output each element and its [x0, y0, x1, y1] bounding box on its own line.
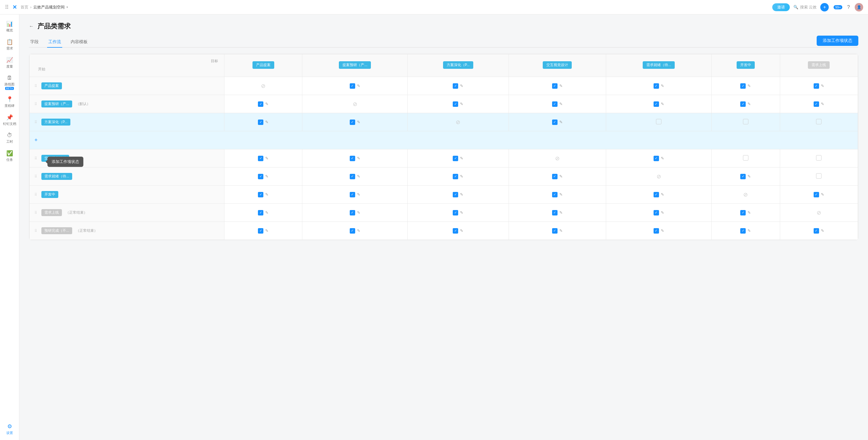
cell-4-6[interactable] [780, 168, 858, 185]
cell-4-2[interactable]: ✓ ✎ [408, 168, 508, 185]
edit-icon[interactable]: ✎ [460, 102, 463, 106]
edit-icon[interactable]: ✎ [661, 192, 664, 197]
edit-icon[interactable]: ✎ [265, 192, 269, 197]
edit-icon[interactable]: ✎ [460, 174, 463, 179]
cell-2-1[interactable]: ✓ ✎ [302, 113, 408, 131]
add-row-cell[interactable]: + [30, 131, 858, 149]
edit-icon[interactable]: ✎ [747, 102, 751, 106]
edit-icon[interactable]: ✎ [747, 83, 751, 88]
cell-0-3[interactable]: ✓ ✎ [508, 77, 606, 95]
back-button[interactable]: ← [29, 24, 34, 29]
cell-4-1[interactable]: ✓ ✎ [302, 168, 408, 185]
edit-icon[interactable]: ✎ [821, 83, 824, 88]
edit-icon[interactable]: ✎ [821, 192, 824, 197]
cell-6-1[interactable]: ✓ ✎ [302, 204, 408, 222]
edit-icon[interactable]: ✎ [357, 210, 360, 215]
cell-7-3[interactable]: ✓ ✎ [508, 222, 606, 240]
cell-6-3[interactable]: ✓ ✎ [508, 204, 606, 222]
cell-2-3[interactable]: ✓ ✎ [508, 113, 606, 131]
cell-3-3[interactable]: ⊘ [508, 149, 606, 168]
edit-icon[interactable]: ✎ [661, 229, 664, 233]
edit-icon[interactable]: ✎ [747, 210, 751, 215]
sidebar-item-overview[interactable]: 📊 概览 [1, 18, 18, 35]
edit-icon[interactable]: ✎ [661, 83, 664, 88]
sidebar-item-roadmap[interactable]: 🗓 路线图 BETA [1, 72, 18, 92]
drag-handle[interactable]: ⠿ [34, 120, 37, 124]
breadcrumb-home[interactable]: 首页 [21, 4, 28, 10]
sidebar-item-measure[interactable]: 📈 度量 [1, 54, 18, 71]
sidebar-item-milestone[interactable]: 📍 里程碑 [1, 94, 18, 110]
edit-icon[interactable]: ✎ [661, 210, 664, 215]
cell-2-6[interactable] [780, 113, 858, 131]
cell-7-5[interactable]: ✓ ✎ [712, 222, 780, 240]
edit-icon[interactable]: ✎ [265, 210, 269, 215]
cell-7-0[interactable]: ✓ ✎ [224, 222, 302, 240]
empty-checkbox[interactable] [743, 155, 748, 161]
cell-6-6[interactable]: ⊘ [780, 204, 858, 222]
avatar[interactable]: 👤 [855, 3, 863, 11]
notification-badge[interactable]: 99+ [834, 5, 842, 9]
tab-template[interactable]: 内容模板 [69, 37, 89, 48]
edit-icon[interactable]: ✎ [460, 210, 463, 215]
cell-1-0[interactable]: ✓ ✎ [224, 95, 302, 113]
edit-icon[interactable]: ✎ [460, 192, 463, 197]
cell-5-4[interactable]: ✓ ✎ [606, 185, 711, 204]
cell-7-6[interactable]: ✓ ✎ [780, 222, 858, 240]
sidebar-item-settings[interactable]: ⚙ 设置 [1, 421, 18, 438]
edit-icon[interactable]: ✎ [265, 229, 269, 233]
cell-6-0[interactable]: ✓ ✎ [224, 204, 302, 222]
edit-icon[interactable]: ✎ [357, 192, 360, 197]
cell-1-4[interactable]: ✓ ✎ [606, 95, 711, 113]
cell-3-5[interactable] [712, 149, 780, 168]
empty-checkbox[interactable] [816, 173, 822, 179]
cell-6-5[interactable]: ✓ ✎ [712, 204, 780, 222]
sidebar-item-worktime[interactable]: ⏱ 工时 [1, 130, 18, 146]
cell-5-3[interactable]: ✓ ✎ [508, 185, 606, 204]
cell-7-2[interactable]: ✓ ✎ [408, 222, 508, 240]
edit-icon[interactable]: ✎ [460, 229, 463, 233]
edit-icon[interactable]: ✎ [559, 102, 563, 106]
edit-icon[interactable]: ✎ [357, 229, 360, 233]
edit-icon[interactable]: ✎ [357, 174, 360, 179]
edit-icon[interactable]: ✎ [559, 229, 563, 233]
edit-icon[interactable]: ✎ [747, 229, 751, 233]
cell-0-6[interactable]: ✓ ✎ [780, 77, 858, 95]
cell-0-0[interactable]: ⊘ [224, 77, 302, 95]
cell-5-0[interactable]: ✓ ✎ [224, 185, 302, 204]
edit-icon[interactable]: ✎ [821, 102, 824, 106]
cell-4-3[interactable]: ✓ ✎ [508, 168, 606, 185]
edit-icon[interactable]: ✎ [265, 174, 269, 179]
empty-checkbox[interactable] [816, 119, 822, 124]
cell-3-2[interactable]: ✓ ✎ [408, 149, 508, 168]
empty-checkbox[interactable] [656, 119, 661, 124]
edit-icon[interactable]: ✎ [661, 156, 664, 161]
edit-icon[interactable]: ✎ [357, 156, 360, 161]
cell-2-2[interactable]: ⊘ [408, 113, 508, 131]
drag-handle[interactable]: ⠿ [34, 84, 37, 88]
cell-3-6[interactable] [780, 149, 858, 168]
cell-1-2[interactable]: ✓ ✎ [408, 95, 508, 113]
edit-icon[interactable]: ✎ [559, 120, 563, 124]
edit-icon[interactable]: ✎ [559, 83, 563, 88]
plus-button[interactable]: + [820, 3, 829, 11]
cell-0-4[interactable]: ✓ ✎ [606, 77, 711, 95]
edit-icon[interactable]: ✎ [821, 229, 824, 233]
cell-1-3[interactable]: ✓ ✎ [508, 95, 606, 113]
sidebar-item-demand[interactable]: 📋 需求 [1, 36, 18, 53]
chevron-down-icon[interactable]: ▾ [66, 5, 68, 9]
drag-handle[interactable]: ⠿ [34, 193, 37, 197]
help-icon[interactable]: ? [847, 4, 850, 10]
cell-4-0[interactable]: ✓ ✎ [224, 168, 302, 185]
cell-2-4[interactable] [606, 113, 711, 131]
edit-icon[interactable]: ✎ [357, 83, 360, 88]
cell-4-5[interactable]: ✓ ✎ [712, 168, 780, 185]
cell-1-1[interactable]: ⊘ [302, 95, 408, 113]
cell-5-2[interactable]: ✓ ✎ [408, 185, 508, 204]
cell-5-1[interactable]: ✓ ✎ [302, 185, 408, 204]
invite-button[interactable]: 邀请 [772, 3, 790, 11]
sidebar-item-dingdoc[interactable]: 📌 钉钉文档 [1, 112, 18, 129]
cell-1-6[interactable]: ✓ ✎ [780, 95, 858, 113]
grid-icon[interactable]: ⠿ [5, 4, 9, 10]
cell-5-6[interactable]: ✓ ✎ [780, 185, 858, 204]
search-area[interactable]: 🔍 搜索 云效 [794, 4, 817, 10]
